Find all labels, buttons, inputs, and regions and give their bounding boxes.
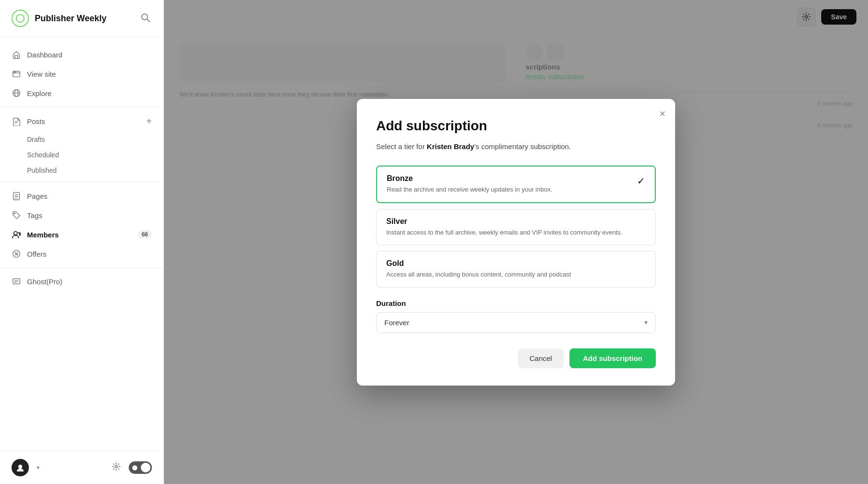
duration-value: Forever <box>384 318 409 327</box>
tier-bronze-check-icon: ✓ <box>637 175 645 187</box>
pages-icon <box>12 191 21 201</box>
svg-point-18 <box>15 252 16 253</box>
svg-point-24 <box>115 465 118 468</box>
main-content: Save We'll show Kristen's email stats he… <box>164 0 868 484</box>
duration-select[interactable]: Forever ▾ <box>376 312 656 333</box>
ghost-pro-icon <box>12 277 21 286</box>
sidebar-item-posts[interactable]: Posts + <box>0 111 163 132</box>
tier-gold[interactable]: Gold Access all areas, including bonus c… <box>376 251 656 288</box>
view-site-label: View site <box>27 70 56 78</box>
svg-point-3 <box>14 72 14 72</box>
sidebar-header: Publisher Weekly <box>0 0 163 37</box>
svg-point-4 <box>15 72 15 72</box>
svg-point-23 <box>18 465 22 469</box>
tier-bronze[interactable]: Bronze Read the archive and receive week… <box>376 166 656 203</box>
sidebar-item-dashboard[interactable]: Dashboard <box>0 45 163 64</box>
duration-label: Duration <box>376 299 656 307</box>
sidebar-nav: Dashboard View site Explore Posts + <box>0 37 163 451</box>
user-chevron-icon: ▾ <box>37 464 40 471</box>
tier-silver-desc: Instant access to the full archive, week… <box>386 228 623 237</box>
add-subscription-modal: × Add subscription Select a tier for Kri… <box>357 99 675 386</box>
tier-silver[interactable]: Silver Instant access to the full archiv… <box>376 209 656 246</box>
sidebar-item-ghost-pro[interactable]: Ghost(Pro) <box>0 272 163 291</box>
svg-line-1 <box>147 19 149 22</box>
home-icon <box>12 50 21 59</box>
search-button[interactable] <box>138 11 152 27</box>
sidebar-item-explore[interactable]: Explore <box>0 83 163 103</box>
tier-silver-name: Silver <box>386 217 623 226</box>
modal-footer: Cancel Add subscription <box>376 348 656 368</box>
modal-subtitle: Select a tier for Kristen Brady's compli… <box>376 141 656 152</box>
avatar[interactable] <box>12 459 29 476</box>
posts-label: Posts <box>27 117 45 125</box>
tier-options: Bronze Read the archive and receive week… <box>376 166 656 288</box>
ghost-pro-label: Ghost(Pro) <box>27 277 62 286</box>
brand-title: Publisher Weekly <box>35 14 133 24</box>
tier-gold-name: Gold <box>386 259 571 268</box>
sidebar-item-pages[interactable]: Pages <box>0 186 163 206</box>
settings-button[interactable] <box>111 461 121 474</box>
pages-label: Pages <box>27 192 48 200</box>
tier-bronze-desc: Read the archive and receive weekly upda… <box>387 185 552 194</box>
chevron-down-icon: ▾ <box>644 318 648 326</box>
sidebar-item-drafts[interactable]: Drafts <box>27 132 152 147</box>
tags-icon <box>12 210 21 220</box>
sidebar-item-scheduled[interactable]: Scheduled <box>27 147 152 163</box>
offers-icon <box>12 249 21 259</box>
add-subscription-button[interactable]: Add subscription <box>570 348 656 368</box>
svg-point-14 <box>14 213 15 214</box>
posts-icon <box>12 117 21 126</box>
tier-bronze-name: Bronze <box>387 174 552 183</box>
sidebar-item-view-site[interactable]: View site <box>0 64 163 83</box>
view-site-icon <box>12 69 21 79</box>
sidebar-item-offers[interactable]: Offers <box>0 244 163 263</box>
sidebar-item-tags[interactable]: Tags <box>0 206 163 225</box>
modal-title: Add subscription <box>376 118 656 134</box>
offers-label: Offers <box>27 250 47 258</box>
add-post-button[interactable]: + <box>146 116 152 127</box>
members-badge: 66 <box>138 230 152 239</box>
theme-toggle[interactable] <box>129 461 152 474</box>
members-label: Members <box>27 231 59 239</box>
members-icon <box>12 230 21 239</box>
tags-label: Tags <box>27 211 42 220</box>
footer-actions <box>111 461 152 474</box>
modal-overlay: × Add subscription Select a tier for Kri… <box>164 0 868 484</box>
svg-point-15 <box>14 232 17 235</box>
logo-icon <box>12 10 29 27</box>
explore-icon <box>12 88 21 98</box>
svg-point-19 <box>17 254 18 255</box>
svg-rect-20 <box>13 279 20 284</box>
explore-label: Explore <box>27 89 52 97</box>
tier-gold-desc: Access all areas, including bonus conten… <box>386 270 571 279</box>
dashboard-label: Dashboard <box>27 51 62 59</box>
modal-close-button[interactable]: × <box>659 109 665 119</box>
sidebar-footer: ▾ <box>0 451 163 484</box>
sidebar: Publisher Weekly Dashboard View site <box>0 0 164 484</box>
sidebar-item-published[interactable]: Published <box>27 163 152 178</box>
sidebar-item-members[interactable]: Members 66 <box>0 225 163 244</box>
svg-point-0 <box>142 14 148 20</box>
cancel-button[interactable]: Cancel <box>518 348 564 368</box>
posts-submenu: Drafts Scheduled Published <box>0 132 163 178</box>
